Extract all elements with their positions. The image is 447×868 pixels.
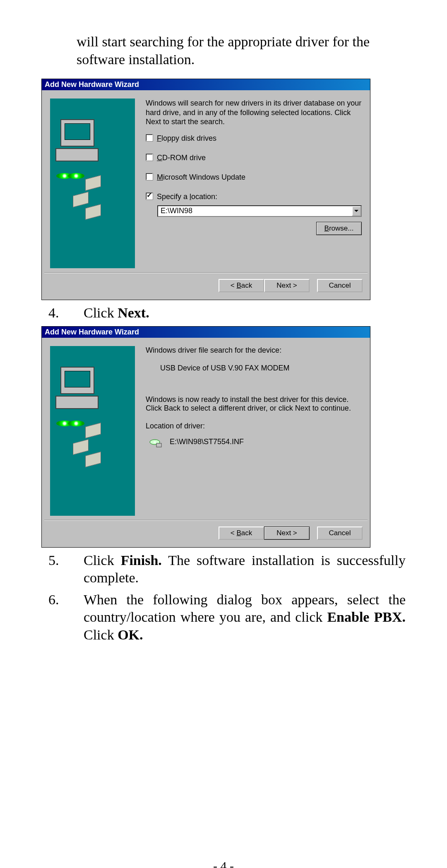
checkbox-specify-location[interactable] [146, 192, 153, 200]
checkbox-cdrom[interactable] [146, 154, 153, 161]
step-text: When the following dialog box appears, s… [84, 591, 406, 644]
checkbox-windows-update[interactable] [146, 173, 153, 180]
ready-message: Windows is now ready to install the best… [146, 395, 362, 413]
wizard-sidebar-image [50, 346, 135, 516]
svg-rect-2 [156, 443, 161, 447]
next-button[interactable]: Next > [264, 279, 310, 292]
svg-point-1 [154, 441, 156, 442]
location-value: E:\WIN98 [161, 207, 192, 215]
step-number: 6. [41, 591, 84, 644]
back-button[interactable]: < Back [219, 279, 264, 292]
wizard-title: Add New Hardware Wizard [42, 79, 370, 90]
back-button[interactable]: < Back [219, 527, 264, 540]
search-result-label: Windows driver file search for the devic… [146, 346, 362, 355]
location-combo[interactable]: E:\WIN98 [157, 205, 362, 217]
page-number: - 4 - [41, 859, 406, 868]
checkbox-floppy[interactable] [146, 134, 153, 142]
label-floppy: Floppy disk drives [157, 134, 216, 143]
cancel-button[interactable]: Cancel [317, 527, 363, 540]
label-cdrom: CD-ROM drive [157, 154, 206, 162]
driver-location: E:\WIN98\ST7554.INF [170, 438, 244, 446]
location-label: Location of driver: [146, 422, 362, 430]
chevron-down-icon[interactable] [352, 206, 361, 216]
step-number: 5. [41, 552, 84, 587]
wizard-sidebar-image [50, 99, 135, 268]
wizard-ready-install: Add New Hardware Wizard Windows driver f… [41, 326, 370, 548]
wizard-search-locations: Add New Hardware Wizard Windows will sea… [41, 79, 370, 300]
device-name: USB Device of USB V.90 FAX MODEM [160, 364, 362, 373]
label-specify-location: Specify a location: [157, 192, 217, 201]
label-windows-update: Microsoft Windows Update [157, 173, 245, 182]
step-text: Click Next. [84, 304, 406, 322]
next-button[interactable]: Next > [264, 527, 310, 540]
browse-button[interactable]: Browse... [316, 222, 362, 235]
step-number: 4. [41, 304, 84, 322]
search-message: Windows will search for new drivers in i… [146, 99, 362, 127]
intro-text: will start searching for the appropriate… [77, 33, 406, 68]
cancel-button[interactable]: Cancel [317, 279, 363, 292]
wizard-title: Add New Hardware Wizard [42, 327, 370, 338]
cd-icon [149, 436, 162, 448]
step-text: Click Finish. The software installation … [84, 552, 406, 587]
